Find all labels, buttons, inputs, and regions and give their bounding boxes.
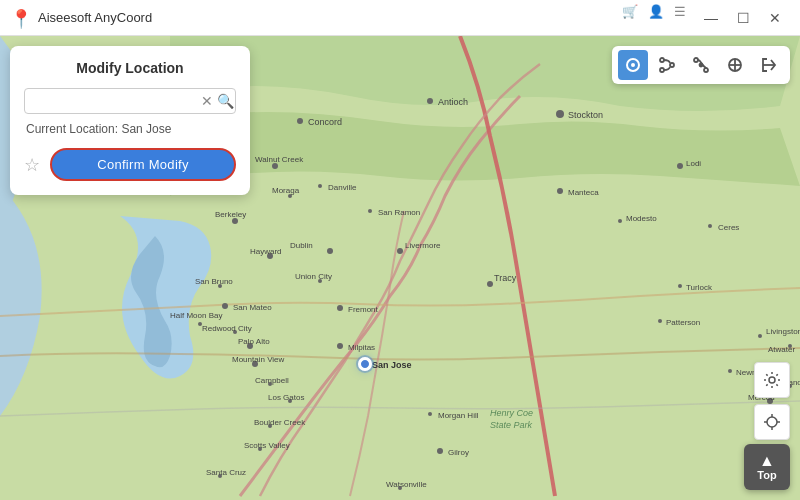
right-controls xyxy=(754,362,790,440)
location-tool-button[interactable] xyxy=(618,50,648,80)
svg-text:Concord: Concord xyxy=(308,117,342,127)
svg-text:Milpitas: Milpitas xyxy=(348,343,375,352)
action-row: ☆ Confirm Modify xyxy=(24,148,236,181)
search-row: ✕ 🔍 xyxy=(24,88,236,114)
svg-point-88 xyxy=(670,63,674,67)
svg-point-3 xyxy=(427,98,433,104)
svg-text:Union City: Union City xyxy=(295,272,332,281)
svg-text:Ceres: Ceres xyxy=(718,223,739,232)
svg-point-11 xyxy=(318,184,322,188)
confirm-modify-button[interactable]: Confirm Modify xyxy=(50,148,236,181)
svg-text:Manteca: Manteca xyxy=(568,188,599,197)
svg-point-41 xyxy=(758,334,762,338)
svg-point-49 xyxy=(337,343,343,349)
svg-point-92 xyxy=(700,64,703,67)
svg-point-29 xyxy=(678,284,682,288)
svg-point-57 xyxy=(728,369,732,373)
search-button[interactable]: 🔍 xyxy=(215,93,236,109)
settings-button[interactable] xyxy=(754,362,790,398)
svg-text:San Bruno: San Bruno xyxy=(195,277,233,286)
svg-text:Scotts Valley: Scotts Valley xyxy=(244,441,290,450)
svg-text:San Ramon: San Ramon xyxy=(378,208,420,217)
svg-point-5 xyxy=(556,110,564,118)
svg-text:Stockton: Stockton xyxy=(568,110,603,120)
svg-text:Lodi: Lodi xyxy=(686,159,701,168)
favorite-button[interactable]: ☆ xyxy=(24,154,40,176)
scroll-to-top-button[interactable]: ▲ Top xyxy=(744,444,790,490)
svg-point-90 xyxy=(694,58,698,62)
svg-text:Danville: Danville xyxy=(328,183,357,192)
svg-point-25 xyxy=(327,248,333,254)
svg-text:Turlock: Turlock xyxy=(686,283,713,292)
svg-text:San Jose: San Jose xyxy=(372,360,412,370)
svg-point-86 xyxy=(631,63,635,67)
svg-text:Antioch: Antioch xyxy=(438,97,468,107)
svg-point-83 xyxy=(487,281,493,287)
current-location-label: Current Location: San Jose xyxy=(24,122,236,136)
svg-text:Hayward: Hayward xyxy=(250,247,282,256)
svg-text:Livermore: Livermore xyxy=(405,241,441,250)
svg-text:Mountain View: Mountain View xyxy=(232,355,285,364)
window-controls: 🛒 👤 ☰ — ☐ ✕ xyxy=(622,4,790,32)
app-icon: 📍 xyxy=(10,8,30,28)
svg-point-37 xyxy=(337,305,343,311)
svg-text:Tracy: Tracy xyxy=(494,273,517,283)
minimize-button[interactable]: — xyxy=(696,4,726,32)
svg-text:State Park: State Park xyxy=(490,420,533,430)
top-label: Top xyxy=(757,469,776,481)
top-toolbar xyxy=(612,46,790,84)
svg-text:Santa Cruz: Santa Cruz xyxy=(206,468,246,477)
svg-point-45 xyxy=(198,322,202,326)
svg-point-69 xyxy=(428,412,432,416)
svg-text:San Mateo: San Mateo xyxy=(233,303,272,312)
user-icon[interactable]: 👤 xyxy=(648,4,664,32)
modify-location-panel: Modify Location ✕ 🔍 Current Location: Sa… xyxy=(10,46,250,195)
exit-tool-button[interactable] xyxy=(754,50,784,80)
svg-text:Walnut Creek: Walnut Creek xyxy=(255,155,304,164)
pan-tool-button[interactable] xyxy=(720,50,750,80)
svg-point-97 xyxy=(767,417,777,427)
svg-point-87 xyxy=(660,58,664,62)
svg-point-15 xyxy=(368,209,372,213)
svg-text:Dublin: Dublin xyxy=(290,241,313,250)
route1-tool-button[interactable] xyxy=(652,50,682,80)
maximize-button[interactable]: ☐ xyxy=(728,4,758,32)
clear-search-button[interactable]: ✕ xyxy=(199,93,215,109)
close-button[interactable]: ✕ xyxy=(760,4,790,32)
svg-text:Palo Alto: Palo Alto xyxy=(238,337,270,346)
shop-icon[interactable]: 🛒 xyxy=(622,4,638,32)
svg-text:Modesto: Modesto xyxy=(626,214,657,223)
svg-point-91 xyxy=(704,68,708,72)
app-title: Aiseesoft AnyCoord xyxy=(38,10,622,25)
route2-tool-button[interactable] xyxy=(686,50,716,80)
svg-point-89 xyxy=(660,68,664,72)
svg-text:Atwater: Atwater xyxy=(768,345,795,354)
svg-text:Berkeley: Berkeley xyxy=(215,210,246,219)
svg-text:Moraga: Moraga xyxy=(272,186,300,195)
svg-text:Henry Coe: Henry Coe xyxy=(490,408,533,418)
svg-point-35 xyxy=(222,303,228,309)
svg-text:Half Moon Bay: Half Moon Bay xyxy=(170,311,222,320)
svg-text:Gilroy: Gilroy xyxy=(448,448,469,457)
svg-point-7 xyxy=(677,163,683,169)
crosshair-button[interactable] xyxy=(754,404,790,440)
svg-point-39 xyxy=(658,319,662,323)
svg-text:Boulder Creek: Boulder Creek xyxy=(254,418,306,427)
svg-point-96 xyxy=(769,377,775,383)
menu-icon[interactable]: ☰ xyxy=(674,4,686,32)
location-search-input[interactable] xyxy=(31,94,199,109)
top-arrow-icon: ▲ xyxy=(759,453,775,469)
svg-point-17 xyxy=(557,188,563,194)
svg-point-27 xyxy=(397,248,403,254)
svg-point-1 xyxy=(297,118,303,124)
panel-title: Modify Location xyxy=(24,60,236,76)
main-area: Concord Antioch Stockton Lodi Walnut Cre… xyxy=(0,36,800,500)
svg-text:Patterson: Patterson xyxy=(666,318,700,327)
svg-point-73 xyxy=(437,448,443,454)
svg-point-21 xyxy=(708,224,712,228)
svg-text:Campbell: Campbell xyxy=(255,376,289,385)
svg-point-19 xyxy=(618,219,622,223)
titlebar: 📍 Aiseesoft AnyCoord 🛒 👤 ☰ — ☐ ✕ xyxy=(0,0,800,36)
location-pin xyxy=(358,357,372,371)
svg-text:Livingston: Livingston xyxy=(766,327,800,336)
